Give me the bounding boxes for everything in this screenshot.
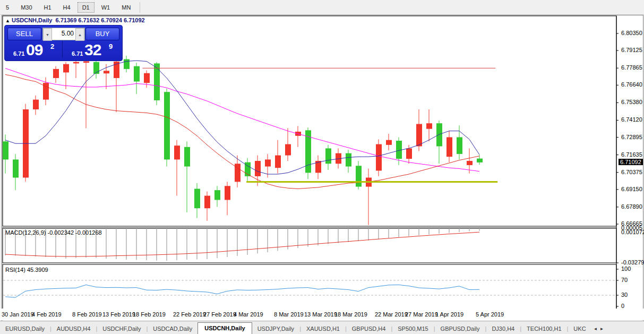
tab-scroll-right-icon[interactable]: ► [600,327,604,334]
chart-tab-usdcad[interactable]: USDCAD,Daily [148,323,198,334]
volume-spinner[interactable]: ▼ 5.00 ▲ [42,28,85,40]
timeframe-button-h1[interactable]: H1 [39,2,56,13]
macd-axis-label: 0.001072 [621,229,644,235]
panel-divider [62,41,63,58]
timeframe-button-5[interactable]: 5 [1,2,14,13]
timeframe-button-h4[interactable]: H4 [58,2,75,13]
candle-body [33,100,39,109]
candle-body [376,144,382,171]
price-axis-label: 6.71635 [621,151,642,158]
sell-button[interactable]: SELL [7,28,41,40]
candle-body [63,64,69,73]
timeframe-toolbar: 5M30H1H4D1W1MN [0,0,644,15]
chart-tab-gbpusd[interactable]: GBPUSD,Daily [435,323,485,334]
candle-body [275,156,281,168]
buy-price-big: 32 [84,41,101,59]
sell-price-sup: 2 [50,42,54,50]
date-axis-label: 30 Jan 2019 [2,311,34,318]
candle-body [416,124,422,147]
candle-body [3,141,8,159]
buy-price-sup: 9 [109,42,113,50]
candle-body [134,66,140,82]
date-axis[interactable]: 30 Jan 20194 Feb 20198 Feb 201913 Feb 20… [0,309,644,320]
chart-canvas[interactable] [2,15,643,322]
candle-body [346,153,351,167]
rsi-indicator-label: RSI(14) 45.3909 [5,267,48,273]
price-axis-label: 6.80350 [621,30,642,36]
chart-tab-eurusd[interactable]: EURUSD,Daily [0,323,50,334]
date-axis-label: 4 Mar 2019 [234,311,263,318]
candle-body [214,190,220,200]
date-axis-label: 13 Feb 2019 [102,311,135,318]
volume-decrease-icon[interactable]: ▼ [43,28,52,41]
macd-indicator-label: MACD(12,26,9) -0.002342 -0.001268 [5,229,102,236]
candle-body [436,123,442,146]
chart-tab-tech100[interactable]: TECH100,H1 [521,323,566,334]
candle-body [104,71,109,73]
date-axis-label: 18 Feb 2019 [133,311,166,318]
price-axis-label: 6.79125 [621,47,642,53]
timeframe-button-mn[interactable]: MN [117,2,135,13]
date-axis-label: 27 Mar 2019 [405,311,438,318]
volume-value[interactable]: 5.00 [52,28,75,40]
price-axis-label: 6.69150 [621,186,642,192]
candle-body [477,159,483,162]
candle-body [265,159,271,166]
chart-title-text: USDCNH,Daily 6.71369 6.71632 6.70924 6.7… [12,17,145,23]
candle-body [144,73,150,83]
candle-body [83,61,89,63]
candle-body [356,166,362,186]
chart-tab-sp500[interactable]: SP500,M15 [392,323,433,334]
volume-increase-icon[interactable]: ▲ [75,28,84,41]
date-axis-label: 22 Mar 2019 [375,311,408,318]
collapse-panel-arrow[interactable]: ▲ [5,18,10,23]
candle-body [457,137,462,153]
timeframe-button-m30[interactable]: M30 [16,2,37,13]
buy-price[interactable]: 6.71 32 9 [64,41,120,59]
candle-body [13,159,19,177]
macd-axis-label: -0.032799 [621,259,644,266]
chart-tab-bar: EURUSD,Daily|AUDUSD,H4|USDCHF,Daily|USDC… [0,321,644,334]
chart-tab-xauusd[interactable]: XAUUSD,H1 [301,323,345,334]
price-axis-label: 6.67890 [621,203,642,210]
sell-price[interactable]: 6.71 09 2 [6,41,62,59]
chart-window[interactable]: ▲ USDCNH,Daily 6.71369 6.71632 6.70924 6… [2,15,643,322]
rsi-axis-label: 30 [621,292,628,298]
timeframe-button-d1[interactable]: D1 [78,2,95,13]
tab-scroll-left-icon[interactable]: ◄ [594,327,598,334]
date-axis-label: 4 Feb 2019 [32,311,62,318]
chart-tab-usdcnh[interactable]: USDCNH,Daily [198,322,252,334]
candle-body [164,92,170,159]
chart-tab-gbpusd[interactable]: GBPUSD,H4 [347,323,391,334]
rsi-axis-label: 100 [621,266,631,272]
sell-price-small: 6.71 [13,50,24,57]
sell-price-big: 09 [26,41,42,59]
candle-body [154,63,160,100]
chart-tab-usdchf[interactable]: USDCHF,Daily [97,323,146,334]
timeframe-button-w1[interactable]: W1 [97,2,115,13]
price-axis-label: 6.75380 [621,99,642,105]
chart-tab-dj30[interactable]: DJ30,H4 [486,323,520,334]
chart-tab-usdjpy[interactable]: USDJPY,Daily [252,323,300,334]
candle-body [53,69,59,78]
chart-tab-ukc[interactable]: UKC [568,323,591,334]
price-axis-label: 6.76640 [621,81,642,88]
buy-button[interactable]: BUY [85,28,119,40]
candle-body [204,196,210,209]
mt4-window: 5M30H1H4D1W1MN ▲ USDCNH,Daily 6.71369 6.… [0,0,644,334]
candle-body [406,148,412,159]
date-axis-label: 8 Mar 2019 [274,311,304,318]
candle-body [467,161,473,165]
rsi-axis-label: 70 [621,277,628,283]
candle-body [285,144,291,156]
chart-tab-audusd[interactable]: AUDUSD,H4 [51,323,96,334]
candle-body [225,186,230,200]
candle-body [194,189,200,208]
price-axis-label: 6.70375 [621,169,642,175]
candle-body [255,161,261,176]
date-axis-label: 18 Mar 2019 [334,311,367,318]
one-click-trading-panel: SELL ▼ 5.00 ▲ BUY 6.71 09 2 6.71 32 9 [4,25,123,61]
current-price-tag: 6.71092 [619,159,643,165]
date-axis-label: 13 Mar 2019 [304,311,337,318]
candle-body [184,147,190,167]
